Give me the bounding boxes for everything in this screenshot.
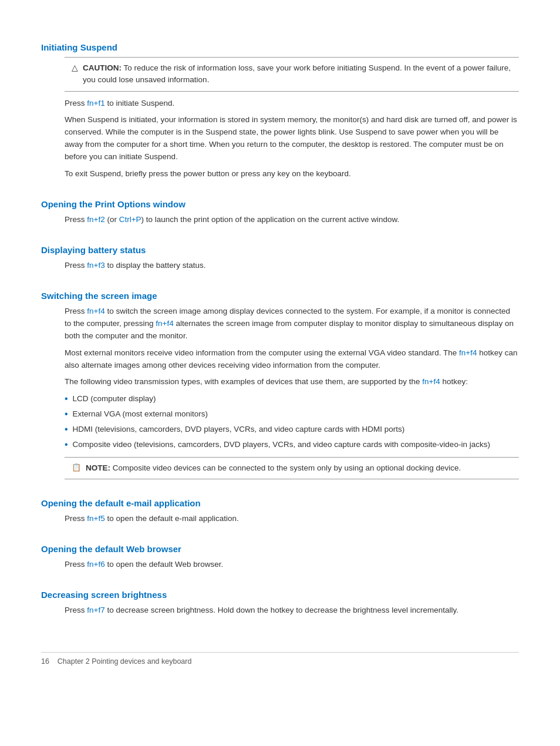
section-decreasing-brightness: Decreasing screen brightness Press fn+f7… <box>41 584 519 617</box>
paragraph: To exit Suspend, briefly press the power… <box>65 168 519 180</box>
section-body-print-options: Press fn+f2 (or Ctrl+P) to launch the pr… <box>65 214 519 226</box>
section-title-default-email: Opening the default e-mail application <box>41 492 519 508</box>
paragraph: Press fn+f3 to display the battery statu… <box>65 260 519 272</box>
link-fn-f6[interactable]: fn+f6 <box>87 560 104 569</box>
paragraph: Press fn+f2 (or Ctrl+P) to launch the pr… <box>65 214 519 226</box>
list-item-text: HDMI (televisions, camcorders, DVD playe… <box>73 424 405 435</box>
paragraph: Press fn+f1 to initiate Suspend. <box>65 98 519 110</box>
list-item-text: LCD (computer display) <box>73 393 156 405</box>
paragraph: The following video transmission types, … <box>65 376 519 388</box>
caution-label: CAUTION: <box>83 63 122 72</box>
note-label: NOTE: <box>86 463 110 472</box>
section-title-print-options: Opening the Print Options window <box>41 193 519 209</box>
section-body-initiating-suspend: △ CAUTION: To reduce the risk of informa… <box>65 57 519 180</box>
section-body-default-web-browser: Press fn+f6 to open the default Web brow… <box>65 559 519 571</box>
paragraph: Most external monitors receive video inf… <box>65 347 519 372</box>
note-box: 📋 NOTE: Composite video devices can be c… <box>65 457 519 479</box>
note-text: NOTE: Composite video devices can be con… <box>86 462 461 474</box>
footer-page-number: 16 <box>41 657 49 666</box>
section-title-initiating-suspend: Initiating Suspend <box>41 36 519 52</box>
section-title-decreasing-brightness: Decreasing screen brightness <box>41 584 519 600</box>
list-item-text: Composite video (televisions, camcorders… <box>73 439 490 451</box>
section-body-default-email: Press fn+f5 to open the default e-mail a… <box>65 513 519 525</box>
section-default-email: Opening the default e-mail application P… <box>41 492 519 525</box>
section-title-battery-status: Displaying battery status <box>41 239 519 255</box>
paragraph: Press fn+f7 to decrease screen brightnes… <box>65 604 519 617</box>
section-switching-screen: Switching the screen image Press fn+f4 t… <box>41 285 519 479</box>
section-body-switching-screen: Press fn+f4 to switch the screen image a… <box>65 305 519 479</box>
link-fn-f7[interactable]: fn+f7 <box>87 606 104 614</box>
section-body-battery-status: Press fn+f3 to display the battery statu… <box>65 260 519 272</box>
list-item: LCD (computer display) <box>65 393 519 405</box>
note-body: Composite video devices can be connected… <box>113 463 461 472</box>
section-initiating-suspend: Initiating Suspend △ CAUTION: To reduce … <box>41 36 519 180</box>
link-fn-f1[interactable]: fn+f1 <box>87 99 104 107</box>
paragraph: Press fn+f6 to open the default Web brow… <box>65 559 519 571</box>
note-icon: 📋 <box>72 463 81 472</box>
caution-icon: △ <box>72 63 78 72</box>
link-fn-f2[interactable]: fn+f2 <box>87 215 104 224</box>
section-default-web-browser: Opening the default Web browser Press fn… <box>41 538 519 571</box>
list-item: HDMI (televisions, camcorders, DVD playe… <box>65 424 519 436</box>
paragraph: Press fn+f4 to switch the screen image a… <box>65 305 519 342</box>
page-footer: 16 Chapter 2 Pointing devices and keyboa… <box>41 652 519 666</box>
footer-chapter: Chapter 2 Pointing devices and keyboard <box>58 657 192 666</box>
caution-body-text: To reduce the risk of information loss, … <box>83 63 511 84</box>
link-fn-f5[interactable]: fn+f5 <box>87 514 104 523</box>
list-item-text: External VGA (most external monitors) <box>73 408 208 420</box>
section-battery-status: Displaying battery status Press fn+f3 to… <box>41 239 519 272</box>
section-title-switching-screen: Switching the screen image <box>41 285 519 301</box>
bullet-list-video-types: LCD (computer display) External VGA (mos… <box>65 393 519 451</box>
paragraph: Press fn+f5 to open the default e-mail a… <box>65 513 519 525</box>
list-item: External VGA (most external monitors) <box>65 408 519 421</box>
link-fn-f4-4[interactable]: fn+f4 <box>422 377 440 386</box>
list-item: Composite video (televisions, camcorders… <box>65 439 519 451</box>
link-fn-f4-3[interactable]: fn+f4 <box>459 348 477 357</box>
link-ctrl-p[interactable]: Ctrl+P <box>119 215 141 224</box>
paragraph: When Suspend is initiated, your informat… <box>65 114 519 163</box>
link-fn-f3[interactable]: fn+f3 <box>87 261 104 270</box>
section-title-default-web-browser: Opening the default Web browser <box>41 538 519 554</box>
caution-box: △ CAUTION: To reduce the risk of informa… <box>65 57 519 92</box>
link-fn-f4-2[interactable]: fn+f4 <box>156 319 173 328</box>
section-body-decreasing-brightness: Press fn+f7 to decrease screen brightnes… <box>65 604 519 617</box>
caution-text: CAUTION: To reduce the risk of informati… <box>83 62 512 86</box>
page-content: Initiating Suspend △ CAUTION: To reduce … <box>0 0 560 701</box>
section-print-options: Opening the Print Options window Press f… <box>41 193 519 226</box>
link-fn-f4-1[interactable]: fn+f4 <box>87 307 104 315</box>
